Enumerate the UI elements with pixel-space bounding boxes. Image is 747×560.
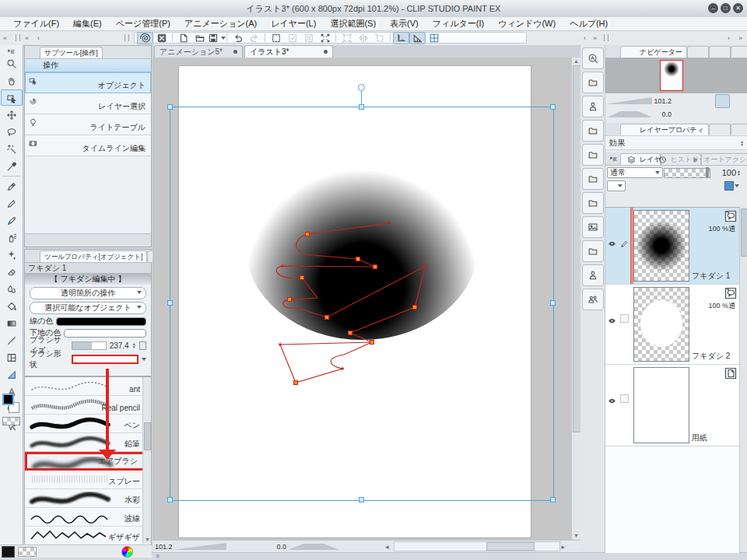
redo-button[interactable]: [246, 32, 262, 44]
far-right-expand-icon[interactable]: »: [738, 34, 742, 42]
material-color-pattern-button[interactable]: [582, 192, 604, 214]
figure-tool[interactable]: [1, 332, 23, 348]
scroll-down-icon[interactable]: ▼: [145, 536, 150, 544]
filter-layer-dropdown[interactable]: [607, 180, 626, 191]
draft-layer-icon[interactable]: [654, 180, 668, 192]
material-download-button[interactable]: [582, 72, 604, 93]
delete-layer-icon[interactable]: [728, 193, 741, 205]
quick-magnifier-button[interactable]: [582, 47, 604, 69]
transparent-color-swatch[interactable]: [2, 417, 20, 425]
frame-tool[interactable]: [1, 349, 23, 366]
hide-layer-icon[interactable]: [626, 180, 640, 192]
brush-shape-水彩[interactable]: 水彩: [25, 489, 151, 508]
main-color-chip[interactable]: [2, 546, 15, 558]
expression-color3-icon[interactable]: [105, 545, 118, 558]
reference-tab[interactable]: [709, 46, 731, 58]
layer-stack-icon[interactable]: [607, 193, 620, 205]
lock-layer-icon[interactable]: [668, 180, 682, 192]
transparent-chip[interactable]: [18, 547, 37, 557]
rotate-slider[interactable]: [288, 543, 339, 550]
merge-down-icon[interactable]: [686, 193, 699, 205]
nav-fit-window-icon[interactable]: [715, 94, 730, 108]
subtool-tab[interactable]: サブツール[操作]: [40, 47, 103, 58]
layer-name[interactable]: フキダシ 2: [692, 351, 730, 362]
pin-layer-icon[interactable]: [640, 180, 654, 192]
nav-flip-horizontal-icon[interactable]: [715, 108, 728, 121]
menu-item-0[interactable]: ファイル(F): [6, 18, 66, 30]
fit-screen-icon[interactable]: [258, 541, 271, 553]
transparent-area-dropdown[interactable]: 透明箇所の操作: [30, 287, 146, 299]
material-body-button[interactable]: [582, 96, 604, 117]
layer-row-フキダシ 2[interactable]: 100 %通フキダシ 2: [605, 285, 739, 365]
material-folder-button[interactable]: [582, 240, 604, 262]
hand-tool[interactable]: [1, 72, 23, 89]
brush-size-options-button[interactable]: [139, 341, 146, 350]
nav-zoom-out-icon[interactable]: [673, 95, 686, 107]
blend-tool[interactable]: [1, 281, 23, 297]
hscroll-right-icon[interactable]: ▸: [562, 543, 566, 551]
brush-size-value[interactable]: 237.4: [110, 341, 129, 350]
line-color-swatch[interactable]: [56, 317, 146, 326]
snap-special-ruler-button[interactable]: [409, 32, 426, 44]
layer-name[interactable]: 用紙: [692, 432, 707, 443]
brush-shape-field[interactable]: [72, 355, 139, 364]
subtool-item-0[interactable]: オブジェクト: [25, 72, 151, 93]
menu-item-2[interactable]: ページ管理(P): [109, 18, 177, 30]
layer-edit-cell[interactable]: [618, 285, 630, 364]
navigator-zoom-slider[interactable]: [607, 97, 652, 104]
subtool-item-1[interactable]: レイヤー選択: [25, 93, 151, 114]
selection-handle[interactable]: [550, 497, 556, 502]
subtool-group-header[interactable]: 操作: [25, 59, 151, 72]
eyedropper-tool[interactable]: [1, 158, 23, 174]
menu-item-4[interactable]: レイヤー(L): [264, 18, 323, 30]
fill-tool[interactable]: [1, 298, 23, 314]
open-file-button[interactable]: [191, 32, 208, 44]
nav-flip-vertical-icon[interactable]: [729, 108, 742, 121]
zoom-out-icon[interactable]: [228, 541, 241, 553]
layer-name[interactable]: フキダシ 1: [692, 271, 730, 282]
tool-property-tab[interactable]: ツールプロパティ[オブジェクト]: [40, 250, 147, 262]
brush-shape-スプレー[interactable]: スプレー: [25, 471, 151, 489]
move-layer-tool[interactable]: [1, 107, 23, 123]
operation-tool[interactable]: [1, 89, 23, 106]
pencil-tool[interactable]: [1, 195, 23, 212]
opacity-value[interactable]: 100: [722, 168, 736, 177]
layer-checkbox[interactable]: [620, 314, 629, 323]
clear-selection-button[interactable]: [300, 32, 317, 44]
selection-handle[interactable]: [550, 300, 556, 306]
layer-visibility-cell[interactable]: [605, 208, 618, 284]
layer-palette-tab-0[interactable]: レイヤー: [620, 153, 661, 165]
right-dock-expand-icon[interactable]: »: [593, 34, 597, 42]
rotate-handle[interactable]: [358, 84, 365, 91]
animation-tab[interactable]: [709, 124, 731, 135]
navigator-preview[interactable]: [605, 58, 747, 93]
panel-menu-icon[interactable]: [607, 45, 620, 58]
selection-handle[interactable]: [359, 497, 364, 502]
foreground-color-swatch[interactable]: [2, 394, 14, 405]
eraser-tool[interactable]: [1, 264, 23, 280]
clip-studio-logo-button[interactable]: [137, 32, 153, 44]
panel-menu-icon[interactable]: [26, 250, 40, 262]
panel-menu[interactable]: [607, 152, 620, 165]
reference-layer-icon[interactable]: [696, 180, 710, 192]
selection-tool[interactable]: [1, 124, 23, 140]
maximize-button[interactable]: □: [721, 3, 731, 13]
invert-selection-button[interactable]: [317, 32, 333, 44]
brush-shape-波線[interactable]: 波線: [25, 508, 151, 527]
layer-edit-cell[interactable]: [618, 208, 630, 284]
ruler-visibility-icon[interactable]: [710, 180, 724, 192]
menu-item-8[interactable]: ウィンドウ(W): [491, 18, 563, 30]
nav-rotate-ccw-icon[interactable]: [673, 108, 686, 121]
brush-shape-Real pencil[interactable]: Real pencil: [25, 396, 151, 415]
selection-handle[interactable]: [359, 104, 364, 110]
layer-thumbnail[interactable]: [633, 287, 689, 362]
subtool-item-3[interactable]: タイムライン編集: [25, 135, 151, 156]
crop-button[interactable]: [371, 32, 388, 44]
material-manga-button[interactable]: [582, 168, 604, 190]
layer-list-scrollbar[interactable]: [739, 207, 747, 552]
deselect-button[interactable]: [268, 32, 284, 44]
material-group-button[interactable]: [582, 289, 604, 310]
menu-item-5[interactable]: 選択範囲(S): [323, 18, 383, 30]
rotate-value[interactable]: 0.0: [272, 543, 286, 551]
zoom-in-icon[interactable]: [243, 541, 256, 553]
